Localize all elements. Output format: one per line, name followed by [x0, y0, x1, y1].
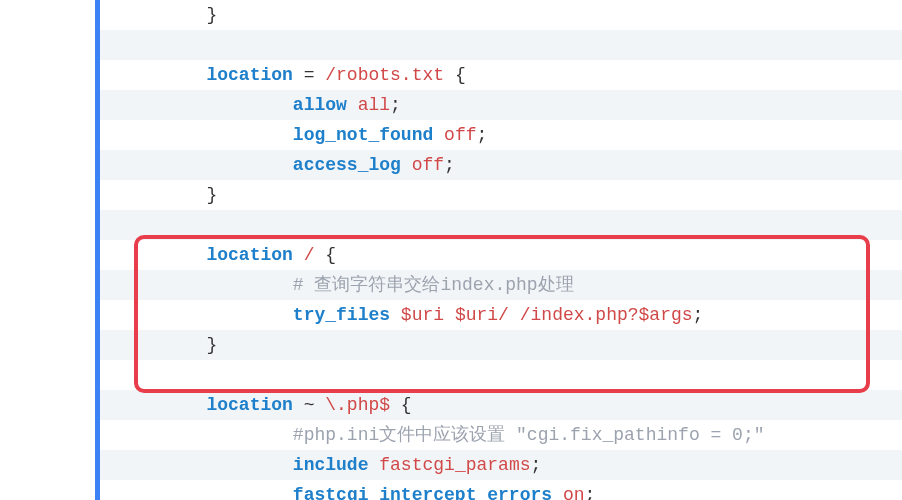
code-line: #php.ini文件中应该设置 "cgi.fix_pathinfo = 0;"	[100, 420, 902, 450]
code-token: =	[293, 65, 325, 85]
code-line: try_files $uri $uri/ /index.php?$args;	[100, 300, 902, 330]
code-viewport: } location = /robots.txt { allow all; lo…	[0, 0, 902, 500]
code-token: {	[314, 245, 336, 265]
code-token	[368, 455, 379, 475]
code-token: off	[412, 155, 444, 175]
code-line	[100, 30, 902, 60]
code-token: ;	[390, 95, 401, 115]
code-token: ~	[293, 395, 325, 415]
code-token: }	[206, 5, 217, 25]
code-line	[100, 210, 902, 240]
code-line: }	[100, 180, 902, 210]
code-token: ;	[444, 155, 455, 175]
code-token: $uri	[455, 305, 498, 325]
code-token	[444, 305, 455, 325]
code-token: \.php$	[325, 395, 390, 415]
code-token: access_log	[293, 155, 401, 175]
code-line	[100, 360, 902, 390]
code-token	[401, 155, 412, 175]
code-token: fastcgi_intercept_errors	[293, 485, 552, 500]
code-token: off	[444, 125, 476, 145]
code-token: }	[206, 185, 217, 205]
code-token: ;	[693, 305, 704, 325]
code-token	[293, 245, 304, 265]
code-line: fastcgi_intercept_errors on;	[100, 480, 902, 500]
code-token	[552, 485, 563, 500]
code-token: log_not_found	[293, 125, 433, 145]
code-token: include	[293, 455, 369, 475]
code-token	[347, 95, 358, 115]
code-token: #php.ini文件中应该设置	[293, 425, 516, 445]
code-line: access_log off;	[100, 150, 902, 180]
code-token: location	[206, 245, 292, 265]
code-token	[509, 305, 520, 325]
code-token: allow	[293, 95, 347, 115]
code-token: on	[563, 485, 585, 500]
code-token: $args	[639, 305, 693, 325]
code-token: $uri	[401, 305, 444, 325]
code-token: }	[206, 335, 217, 355]
code-line: location = /robots.txt {	[100, 60, 902, 90]
code-line: log_not_found off;	[100, 120, 902, 150]
code-token: /robots.txt	[325, 65, 444, 85]
code-token: ;	[531, 455, 542, 475]
code-token: fastcgi_params	[379, 455, 530, 475]
code-token: "cgi.fix_pathinfo = 0;"	[516, 425, 764, 445]
code-line: location / {	[100, 240, 902, 270]
code-token: all	[358, 95, 390, 115]
code-line: # 查询字符串交给index.php处理	[100, 270, 902, 300]
code-line: allow all;	[100, 90, 902, 120]
code-token: # 查询字符串交给index.php处理	[293, 275, 574, 295]
code-token: {	[390, 395, 412, 415]
code-token: location	[206, 65, 292, 85]
code-token: ;	[585, 485, 596, 500]
code-line: location ~ \.php$ {	[100, 390, 902, 420]
code-token	[390, 305, 401, 325]
code-line: include fastcgi_params;	[100, 450, 902, 480]
code-token: /	[498, 305, 509, 325]
code-token: /index.php?	[520, 305, 639, 325]
code-token: ;	[476, 125, 487, 145]
code-token: try_files	[293, 305, 390, 325]
code-block: } location = /robots.txt { allow all; lo…	[100, 0, 902, 500]
code-token: /	[304, 245, 315, 265]
code-line: }	[100, 0, 902, 30]
code-token: {	[444, 65, 466, 85]
code-token	[433, 125, 444, 145]
code-token: location	[206, 395, 292, 415]
code-line: }	[100, 330, 902, 360]
